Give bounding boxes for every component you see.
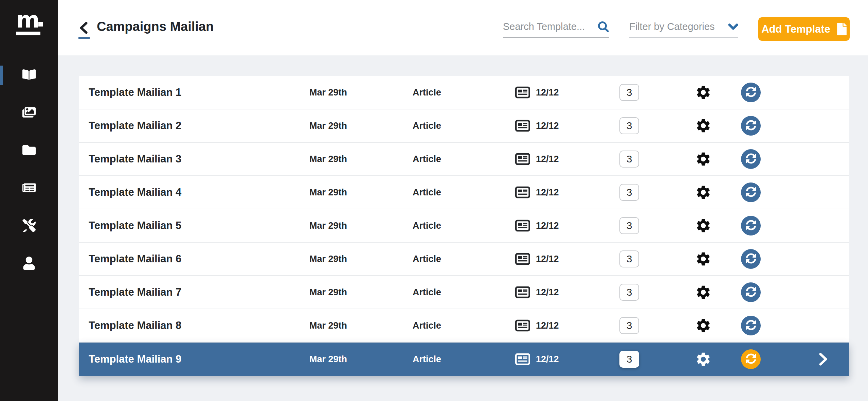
sync-button[interactable] (741, 249, 761, 269)
pages-value: 12/12 (536, 121, 559, 131)
template-name: Template Mailian 4 (89, 186, 181, 198)
sidebar-item-tools[interactable] (0, 207, 58, 245)
table-row[interactable]: Template Mailian 9Mar 29thArticle12/123 (79, 343, 849, 376)
sidebar-item-folders[interactable] (0, 132, 58, 170)
search-template-input[interactable]: Search Template... (503, 21, 609, 38)
pages-value: 12/12 (536, 354, 559, 365)
settings-gear-icon[interactable] (695, 118, 711, 134)
tools-icon (22, 219, 36, 233)
count-box[interactable]: 3 (619, 317, 639, 334)
count-box[interactable]: 3 (619, 117, 639, 134)
user-icon (22, 257, 36, 271)
template-type: Article (413, 154, 441, 164)
count-box[interactable]: 3 (619, 284, 639, 301)
sync-icon (746, 153, 756, 165)
template-pages: 12/12 (515, 253, 559, 265)
sidebar: m (0, 0, 58, 401)
template-date: Mar 29th (309, 87, 347, 98)
settings-gear-icon[interactable] (695, 217, 711, 234)
chevron-right-icon[interactable] (819, 353, 828, 366)
template-pages: 12/12 (515, 353, 559, 365)
pages-value: 12/12 (536, 221, 559, 231)
add-template-button[interactable]: Add Template (758, 17, 850, 41)
app-logo[interactable]: m (16, 12, 42, 35)
template-type: Article (413, 221, 441, 231)
pages-value: 12/12 (536, 187, 559, 198)
table-row[interactable]: Template Mailian 4Mar 29thArticle12/123 (79, 176, 849, 209)
settings-gear-icon[interactable] (695, 351, 711, 367)
count-box[interactable]: 3 (619, 184, 639, 201)
add-template-label: Add Template (761, 23, 830, 35)
table-grid-icon (515, 153, 530, 165)
template-date: Mar 29th (309, 187, 347, 198)
settings-gear-icon[interactable] (695, 317, 711, 334)
logo-dot (38, 22, 43, 27)
settings-gear-icon[interactable] (695, 84, 711, 101)
table-row[interactable]: Template Mailian 8Mar 29thArticle12/123 (79, 309, 849, 343)
chevron-down-icon (728, 23, 738, 30)
sync-button[interactable] (741, 316, 761, 335)
sidebar-item-media[interactable] (0, 94, 58, 132)
template-type: Article (413, 121, 441, 131)
sync-button[interactable] (741, 83, 761, 102)
settings-gear-icon[interactable] (695, 184, 711, 201)
template-table: Template Mailian 1Mar 29thArticle12/123T… (79, 76, 849, 376)
table-row[interactable]: Template Mailian 1Mar 29thArticle12/123 (79, 76, 849, 109)
count-box[interactable]: 3 (619, 151, 639, 168)
sync-icon (746, 220, 756, 232)
count-box[interactable]: 3 (619, 84, 639, 101)
pages-value: 12/12 (536, 320, 559, 331)
table-grid-icon (515, 220, 530, 232)
template-type: Article (413, 320, 441, 331)
newspaper-icon (22, 181, 36, 196)
file-icon (837, 23, 847, 35)
count-box[interactable]: 3 (619, 351, 639, 368)
template-date: Mar 29th (309, 354, 347, 365)
table-grid-icon (515, 187, 530, 198)
sync-icon (746, 320, 756, 332)
back-underline (78, 37, 90, 39)
book-open-icon (22, 68, 36, 83)
content: Template Mailian 1Mar 29thArticle12/123T… (58, 55, 868, 376)
sync-button[interactable] (741, 182, 761, 202)
template-pages: 12/12 (515, 286, 559, 298)
table-grid-icon (515, 87, 530, 99)
template-pages: 12/12 (515, 120, 559, 132)
table-row[interactable]: Template Mailian 3Mar 29thArticle12/123 (79, 143, 849, 176)
template-name: Template Mailian 2 (89, 120, 181, 132)
back-button[interactable] (79, 22, 91, 34)
settings-gear-icon[interactable] (695, 284, 711, 300)
count-box[interactable]: 3 (619, 217, 639, 234)
images-icon (22, 106, 36, 120)
pages-value: 12/12 (536, 154, 559, 164)
filter-by-categories-dropdown[interactable]: Filter by Categories (629, 21, 738, 38)
template-type: Article (413, 287, 441, 298)
sync-button[interactable] (741, 149, 761, 169)
template-pages: 12/12 (515, 220, 559, 232)
sync-button[interactable] (741, 116, 761, 136)
template-name: Template Mailian 3 (89, 153, 181, 165)
sync-button[interactable] (741, 216, 761, 236)
table-grid-icon (515, 353, 530, 365)
sync-button[interactable] (741, 349, 761, 369)
table-grid-icon (515, 253, 530, 265)
sync-icon (746, 120, 756, 132)
table-row[interactable]: Template Mailian 6Mar 29thArticle12/123 (79, 243, 849, 276)
table-row[interactable]: Template Mailian 5Mar 29thArticle12/123 (79, 209, 849, 243)
settings-gear-icon[interactable] (695, 251, 711, 267)
chevron-left-icon (79, 22, 88, 34)
search-icon (598, 21, 609, 32)
sidebar-item-library[interactable] (0, 56, 58, 94)
table-row[interactable]: Template Mailian 7Mar 29thArticle12/123 (79, 276, 849, 309)
template-date: Mar 29th (309, 254, 347, 264)
count-box[interactable]: 3 (619, 250, 639, 267)
sidebar-item-news[interactable] (0, 170, 58, 207)
sync-icon (746, 286, 756, 298)
sidebar-item-account[interactable] (0, 245, 58, 283)
table-row[interactable]: Template Mailian 2Mar 29thArticle12/123 (79, 109, 849, 143)
sync-button[interactable] (741, 282, 761, 302)
table-grid-icon (515, 320, 530, 332)
template-date: Mar 29th (309, 221, 347, 231)
template-date: Mar 29th (309, 320, 347, 331)
settings-gear-icon[interactable] (695, 151, 711, 167)
